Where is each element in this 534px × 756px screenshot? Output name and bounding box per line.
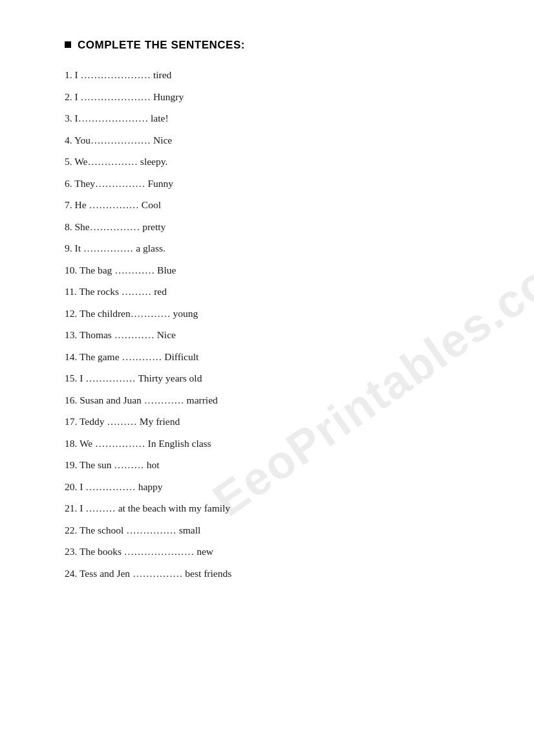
list-item: 17. Teddy ……… My friend [65, 416, 482, 427]
list-item: 20. I …………… happy [65, 482, 482, 492]
list-item: 2. I ………………… Hungry [65, 92, 482, 102]
list-item: 18. We …………… In English class [65, 438, 482, 449]
list-item: 21. I ……… at the beach with my family [65, 503, 482, 513]
list-item: 12. The children………… young [65, 308, 482, 319]
section-title: COMPLETE THE SENTENCES: [78, 39, 245, 52]
section-header: COMPLETE THE SENTENCES: [65, 39, 482, 52]
list-item: 4. You……………… Nice [65, 135, 482, 146]
list-item: 7. He …………… Cool [65, 200, 482, 210]
list-item: 23. The books ………………… new [65, 546, 482, 557]
sentences-list: 1. I ………………… tired2. I ………………… Hungry3. … [65, 70, 482, 578]
bullet-icon [65, 41, 71, 48]
list-item: 24. Tess and Jen …………… best friends [65, 568, 482, 579]
list-item: 13. Thomas ………… Nice [65, 330, 482, 340]
list-item: 19. The sun ……… hot [65, 460, 482, 470]
list-item: 22. The school …………… small [65, 525, 482, 535]
list-item: 3. I………………… late! [65, 113, 482, 124]
list-item: 5. We…………… sleepy. [65, 157, 482, 167]
list-item: 1. I ………………… tired [65, 70, 482, 80]
list-item: 9. It …………… a glass. [65, 243, 482, 254]
list-item: 14. The game ………… Difficult [65, 352, 482, 362]
list-item: 6. They…………… Funny [65, 178, 482, 189]
list-item: 16. Susan and Juan ………… married [65, 395, 482, 405]
list-item: 11. The rocks ……… red [65, 286, 482, 297]
list-item: 10. The bag ………… Blue [65, 265, 482, 275]
list-item: 8. She…………… pretty [65, 222, 482, 232]
list-item: 15. I …………… Thirty years old [65, 373, 482, 383]
